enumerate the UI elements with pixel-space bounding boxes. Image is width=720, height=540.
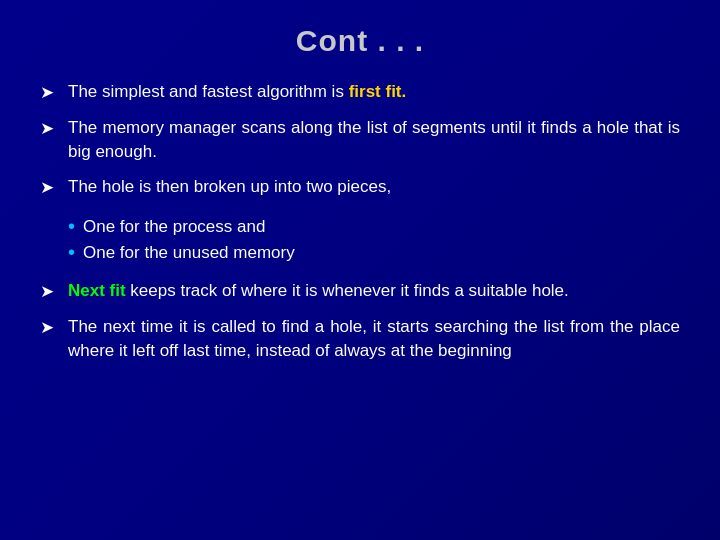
- highlight-next-fit: Next fit: [68, 281, 126, 300]
- sub-bullet-2: • One for the unused memory: [68, 241, 680, 265]
- bullet-item-1: ➤ The simplest and fastest algorithm is …: [40, 80, 680, 106]
- arrow-icon-2: ➤: [40, 117, 58, 142]
- bullet-text-5: The next time it is called to find a hol…: [68, 315, 680, 364]
- bullet-text-1: The simplest and fastest algorithm is fi…: [68, 80, 680, 105]
- dot-icon-1: •: [68, 215, 75, 237]
- bullet-item-5: ➤ The next time it is called to find a h…: [40, 315, 680, 364]
- bullet-text-4: Next fit keeps track of where it is when…: [68, 279, 680, 304]
- highlight-first-fit: first fit.: [349, 82, 407, 101]
- arrow-icon-4: ➤: [40, 280, 58, 305]
- slide-content: ➤ The simplest and fastest algorithm is …: [40, 80, 680, 512]
- sub-bullets-list: • One for the process and • One for the …: [68, 215, 680, 266]
- bullet-text-2: The memory manager scans along the list …: [68, 116, 680, 165]
- dot-icon-2: •: [68, 241, 75, 263]
- bullet-text-3: The hole is then broken up into two piec…: [68, 175, 680, 200]
- bullet-item-3: ➤ The hole is then broken up into two pi…: [40, 175, 680, 201]
- bullet-item-4: ➤ Next fit keeps track of where it is wh…: [40, 279, 680, 305]
- arrow-icon-3: ➤: [40, 176, 58, 201]
- arrow-icon-1: ➤: [40, 81, 58, 106]
- slide: Cont . . . ➤ The simplest and fastest al…: [0, 0, 720, 540]
- sub-bullet-1: • One for the process and: [68, 215, 680, 239]
- sub-bullet-text-1: One for the process and: [83, 215, 265, 239]
- slide-title: Cont . . .: [40, 24, 680, 58]
- bullet-item-2: ➤ The memory manager scans along the lis…: [40, 116, 680, 165]
- arrow-icon-5: ➤: [40, 316, 58, 341]
- sub-bullet-text-2: One for the unused memory: [83, 241, 295, 265]
